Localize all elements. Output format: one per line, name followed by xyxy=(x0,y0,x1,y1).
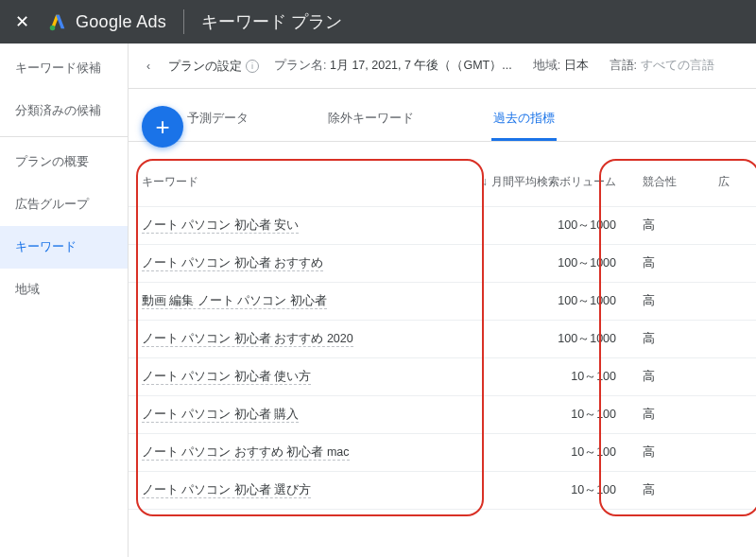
cell-competition: 高 xyxy=(629,395,705,433)
sidebar-item-keyword-ideas[interactable]: キーワード候補 xyxy=(0,47,128,90)
plan-settings-bar: ‹ プランの設定 i プラン名: 1月 17, 2021, 7 午後（（GMT）… xyxy=(129,44,756,89)
table-header-row: キーワード ↓月間平均検索ボリューム 競合性 広 xyxy=(129,159,756,206)
keyword-metrics-table: キーワード ↓月間平均検索ボリューム 競合性 広 ノート パソコン 初心者 安い… xyxy=(129,159,756,510)
sidebar-item-ad-groups[interactable]: 広告グループ xyxy=(0,183,128,226)
table-row[interactable]: 動画 編集 ノート パソコン 初心者100～1000高 xyxy=(129,282,756,320)
column-header-ad[interactable]: 広 xyxy=(705,159,756,206)
column-header-competition[interactable]: 競合性 xyxy=(629,159,705,206)
table-row[interactable]: ノート パソコン 初心者 選び方10～100高 xyxy=(129,471,756,509)
cell-keyword: ノート パソコン 初心者 おすすめ 2020 xyxy=(129,320,469,357)
plan-language-label: 言語: xyxy=(610,59,637,72)
tab-bar: 予測データ 除外キーワード 過去の指標 xyxy=(129,89,756,142)
cell-ad xyxy=(705,357,756,395)
app-bar: ✕ Google Ads キーワード プラン xyxy=(0,0,756,44)
cell-ad xyxy=(705,395,756,433)
sidebar-item-locations[interactable]: 地域 xyxy=(0,269,128,311)
cell-volume: 10～100 xyxy=(469,433,629,471)
plan-region[interactable]: 地域: 日本 xyxy=(533,58,589,74)
appbar-divider xyxy=(183,9,184,34)
svg-point-0 xyxy=(50,26,56,30)
cell-keyword: ノート パソコン 初心者 購入 xyxy=(129,395,469,433)
sort-desc-icon: ↓ xyxy=(482,175,488,188)
sidebar-item-plan-overview[interactable]: プランの概要 xyxy=(0,141,128,183)
cell-volume: 100～1000 xyxy=(469,206,629,244)
cell-volume: 10～100 xyxy=(469,395,629,433)
cell-keyword: ノート パソコン おすすめ 初心者 mac xyxy=(129,433,469,471)
close-icon[interactable]: ✕ xyxy=(0,0,43,44)
sidebar-item-grouped-ideas[interactable]: 分類済みの候補 xyxy=(0,90,128,132)
cell-ad xyxy=(705,244,756,282)
table-row[interactable]: ノート パソコン 初心者 安い100～1000高 xyxy=(129,206,756,244)
cell-competition: 高 xyxy=(629,320,705,357)
table-container: キーワード ↓月間平均検索ボリューム 競合性 広 ノート パソコン 初心者 安い… xyxy=(129,142,756,510)
tab-forecast[interactable]: 予測データ xyxy=(185,98,250,141)
plan-language-value: すべての言語 xyxy=(641,59,714,72)
cell-volume: 100～1000 xyxy=(469,282,629,320)
brand-name: Google Ads xyxy=(76,12,166,32)
cell-volume: 10～100 xyxy=(469,357,629,395)
cell-volume: 100～1000 xyxy=(469,320,629,357)
google-ads-logo-icon xyxy=(47,11,68,32)
cell-competition: 高 xyxy=(629,244,705,282)
plan-region-label: 地域: xyxy=(533,59,560,72)
main-area: ‹ プランの設定 i プラン名: 1月 17, 2021, 7 午後（（GMT）… xyxy=(129,44,756,557)
cell-competition: 高 xyxy=(629,206,705,244)
plan-name[interactable]: プラン名: 1月 17, 2021, 7 午後（（GMT）... xyxy=(274,58,512,74)
cell-competition: 高 xyxy=(629,433,705,471)
cell-keyword: ノート パソコン 初心者 使い方 xyxy=(129,357,469,395)
cell-keyword: 動画 編集 ノート パソコン 初心者 xyxy=(129,282,469,320)
plan-settings-label[interactable]: プランの設定 xyxy=(168,58,242,75)
cell-ad xyxy=(705,471,756,509)
back-chevron-icon[interactable]: ‹ xyxy=(134,52,163,80)
cell-keyword: ノート パソコン 初心者 おすすめ xyxy=(129,244,469,282)
cell-competition: 高 xyxy=(629,357,705,395)
table-row[interactable]: ノート パソコン 初心者 おすすめ100～1000高 xyxy=(129,244,756,282)
section-title: キーワード プラン xyxy=(201,10,342,33)
info-icon[interactable]: i xyxy=(246,60,259,73)
cell-ad xyxy=(705,282,756,320)
plan-name-label: プラン名: xyxy=(274,59,326,72)
cell-volume: 100～1000 xyxy=(469,244,629,282)
cell-competition: 高 xyxy=(629,282,705,320)
plan-language[interactable]: 言語: すべての言語 xyxy=(610,58,714,74)
table-row[interactable]: ノート パソコン おすすめ 初心者 mac10～100高 xyxy=(129,433,756,471)
table-row[interactable]: ノート パソコン 初心者 おすすめ 2020100～1000高 xyxy=(129,320,756,357)
tab-negative-keywords[interactable]: 除外キーワード xyxy=(326,98,416,141)
column-header-volume[interactable]: ↓月間平均検索ボリューム xyxy=(469,159,629,206)
cell-ad xyxy=(705,320,756,357)
cell-competition: 高 xyxy=(629,471,705,509)
sidebar-separator xyxy=(0,136,128,137)
sidebar-item-keywords[interactable]: キーワード xyxy=(0,226,128,269)
cell-ad xyxy=(705,206,756,244)
side-nav: キーワード候補 分類済みの候補 プランの概要 広告グループ キーワード 地域 xyxy=(0,44,129,557)
add-keyword-button[interactable]: + xyxy=(142,106,183,148)
cell-keyword: ノート パソコン 初心者 選び方 xyxy=(129,471,469,509)
column-header-volume-label: 月間平均検索ボリューム xyxy=(491,175,616,188)
cell-ad xyxy=(705,433,756,471)
cell-volume: 10～100 xyxy=(469,471,629,509)
plan-region-value: 日本 xyxy=(564,59,589,72)
tab-historical-metrics[interactable]: 過去の指標 xyxy=(491,98,557,141)
table-row[interactable]: ノート パソコン 初心者 購入10～100高 xyxy=(129,395,756,433)
plan-name-value: 1月 17, 2021, 7 午後（（GMT）... xyxy=(330,59,512,72)
table-row[interactable]: ノート パソコン 初心者 使い方10～100高 xyxy=(129,357,756,395)
cell-keyword: ノート パソコン 初心者 安い xyxy=(129,206,469,244)
column-header-keyword[interactable]: キーワード xyxy=(129,159,469,206)
